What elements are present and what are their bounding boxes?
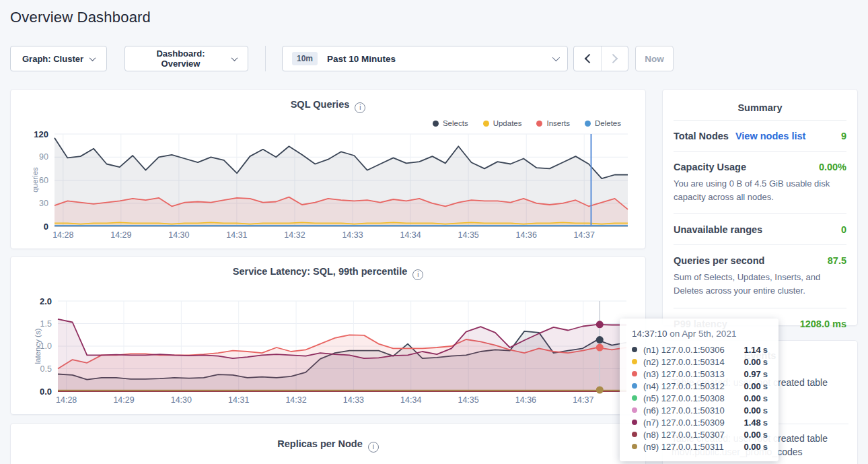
node-address: (n8) 127.0.0.1:50307 — [643, 430, 744, 440]
time-next-button[interactable] — [601, 46, 628, 71]
x-tick-label: 14:36 — [515, 395, 536, 405]
x-tick-label: 14:32 — [285, 395, 306, 405]
node-latency-value: 0.00 — [744, 405, 760, 416]
tooltip-node-row: (n3) 127.0.0.1:503130.97s — [632, 368, 768, 380]
chevron-down-icon — [552, 54, 560, 61]
overview-dashboard-page: Overview Dashboard Graph: Cluster Dashbo… — [0, 0, 868, 464]
tooltip-node-row: (n1) 127.0.0.1:503061.14s — [632, 343, 768, 356]
queries-per-second-value: 87.5 — [828, 255, 846, 266]
node-address: (n3) 127.0.0.1:50313 — [643, 369, 744, 379]
node-color-dot-icon — [632, 359, 637, 364]
y-tick-label: 0.0 — [40, 387, 52, 397]
tooltip-node-row: (n8) 127.0.0.1:503070.00s — [632, 428, 768, 440]
node-latency-unit: s — [763, 345, 768, 355]
x-tick-label: 14:31 — [226, 230, 247, 240]
dashboard-dropdown-label: Dashboard: Overview — [136, 48, 225, 69]
legend-item[interactable]: Inserts — [536, 119, 570, 127]
capacity-usage-label: Capacity Usage — [674, 162, 746, 172]
x-tick-label: 14:33 — [342, 230, 363, 240]
x-tick-label: 14:30 — [168, 230, 189, 240]
replicas-per-node-chart-card: Replicas per Nodei — [10, 423, 646, 464]
node-color-dot-icon — [632, 371, 637, 376]
capacity-usage-value: 0.00% — [819, 162, 846, 172]
y-tick-label: 30 — [39, 199, 48, 208]
chart-title-text: Replicas per Node — [277, 438, 363, 449]
unavailable-ranges-value: 0 — [841, 224, 846, 235]
x-tick-label: 14:37 — [573, 395, 593, 405]
node-address: (n7) 127.0.0.1:50309 — [643, 418, 744, 428]
chart-legend: SelectsUpdatesInsertsDeletes — [433, 119, 621, 127]
time-range-dropdown[interactable]: 10m Past 10 Minutes — [282, 46, 568, 71]
view-nodes-list-link[interactable]: View nodes list — [735, 131, 806, 141]
summary-panel: Summary Total Nodes View nodes list 9 Ca… — [662, 89, 858, 326]
x-tick-label: 14:36 — [516, 230, 537, 240]
time-step-buttons — [573, 46, 628, 71]
tooltip-node-row: (n4) 127.0.0.1:503120.00s — [632, 380, 768, 392]
y-tick-label: 0.5 — [40, 364, 52, 374]
y-axis-label: queries — [31, 167, 39, 193]
time-prev-button[interactable] — [574, 46, 601, 71]
x-tick-label: 14:34 — [400, 395, 421, 405]
now-button[interactable]: Now — [635, 46, 674, 71]
y-tick-label: 90 — [39, 152, 48, 162]
unavailable-ranges-label: Unavailable ranges — [674, 224, 762, 235]
node-latency-unit: s — [763, 418, 768, 428]
info-icon[interactable]: i — [412, 269, 423, 280]
legend-item[interactable]: Selects — [433, 119, 468, 127]
node-color-dot-icon — [632, 383, 637, 389]
y-tick-label: 2.0 — [40, 296, 52, 306]
node-latency-unit: s — [763, 430, 768, 440]
chart-title: SQL Queriesi — [11, 99, 645, 113]
x-tick-label: 14:37 — [574, 230, 595, 240]
tooltip-node-row: (n6) 127.0.0.1:503100.00s — [632, 404, 768, 416]
dashboard-dropdown[interactable]: Dashboard: Overview — [124, 46, 248, 71]
tooltip-node-row: (n7) 127.0.0.1:503091.48s — [632, 416, 768, 428]
x-tick-label: 14:35 — [458, 395, 478, 405]
node-address: (n6) 127.0.0.1:50310 — [643, 405, 744, 416]
node-latency-unit: s — [763, 442, 768, 452]
node-latency-unit: s — [763, 405, 768, 416]
node-color-dot-icon — [632, 395, 637, 401]
x-tick-label: 14:35 — [458, 230, 479, 240]
tooltip-node-row: (n5) 127.0.0.1:503080.00s — [632, 392, 768, 404]
service-latency-plot[interactable] — [58, 301, 626, 391]
time-range-badge: 10m — [292, 52, 318, 65]
x-tick-label: 14:32 — [284, 230, 305, 240]
legend-item[interactable]: Deletes — [585, 119, 621, 127]
node-latency-value: 0.97 — [744, 369, 760, 379]
legend-label: Inserts — [546, 119, 570, 127]
legend-label: Selects — [443, 119, 468, 127]
legend-label: Updates — [493, 119, 522, 127]
node-latency-value: 0.00 — [744, 381, 760, 391]
y-tick-label: 0 — [44, 222, 48, 232]
capacity-usage-description: You are using 0 B of 4.5 GiB usable disk… — [674, 177, 846, 204]
p99-latency-value: 1208.0 ms — [800, 319, 846, 329]
x-tick-label: 14:28 — [52, 230, 73, 240]
node-color-dot-icon — [632, 407, 637, 413]
legend-dot-icon — [536, 121, 542, 127]
node-address: (n5) 127.0.0.1:50308 — [643, 393, 744, 403]
node-latency-value: 0.00 — [744, 442, 760, 452]
x-tick-label: 14:31 — [228, 395, 249, 405]
legend-item[interactable]: Updates — [483, 119, 522, 127]
node-latency-unit: s — [763, 369, 768, 379]
graph-dropdown[interactable]: Graph: Cluster — [10, 46, 107, 71]
tooltip-node-row: (n2) 127.0.0.1:503140.00s — [632, 356, 768, 368]
chevron-right-icon — [608, 54, 618, 63]
info-icon[interactable]: i — [355, 102, 365, 113]
node-address: (n2) 127.0.0.1:50314 — [643, 357, 744, 367]
info-icon[interactable]: i — [368, 442, 379, 453]
sql-queries-plot[interactable] — [55, 134, 628, 226]
sql-queries-chart-card: SQL Queriesi SelectsUpdatesInsertsDelete… — [10, 89, 646, 249]
y-tick-label: 120 — [34, 129, 48, 139]
x-tick-label: 14:29 — [110, 230, 131, 240]
total-nodes-value: 9 — [841, 131, 846, 141]
chart-title: Service Latency: SQL, 99th percentilei — [11, 266, 645, 280]
chart-title: Replicas per Nodei — [11, 438, 645, 453]
time-range-label: Past 10 Minutes — [327, 54, 552, 64]
legend-dot-icon — [483, 121, 489, 127]
y-tick-label: 1.0 — [40, 341, 52, 351]
node-latency-unit: s — [763, 381, 768, 391]
chart-title-text: Service Latency: SQL, 99th percentile — [233, 266, 408, 277]
node-latency-value: 0.00 — [744, 430, 760, 440]
